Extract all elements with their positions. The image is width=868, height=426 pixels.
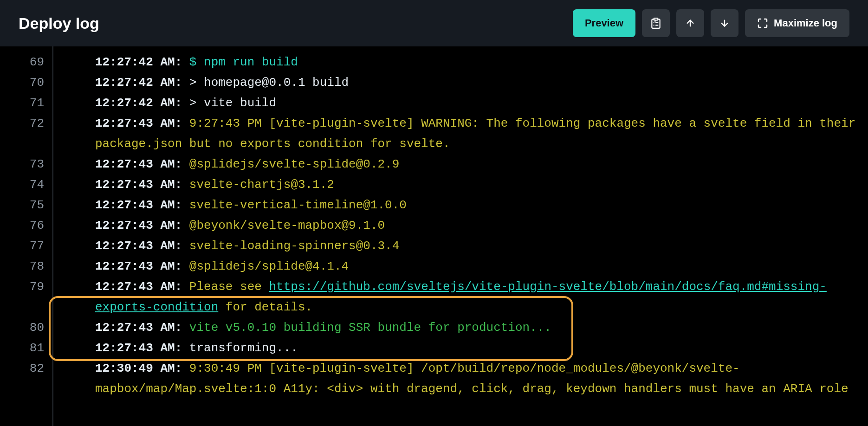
timestamp: 12:27:43 AM: (95, 157, 182, 171)
prompt: $ (189, 55, 204, 69)
warning-text: svelte-chartjs@3.1.2 (189, 178, 334, 192)
line-number: 73 (0, 154, 52, 174)
line-number: 69 (0, 52, 52, 72)
command: npm run build (204, 55, 298, 69)
scroll-up-button[interactable] (676, 9, 704, 37)
warning-text: @splidejs/svelte-splide@0.2.9 (189, 157, 399, 171)
warning-text: Please see (189, 280, 269, 294)
log-container: 69 70 71 72 73 74 75 76 77 78 79 80 81 8… (0, 46, 868, 426)
log-text: > vite build (189, 96, 276, 110)
timestamp: 12:27:43 AM: (95, 321, 182, 335)
log-line: 12:30:49 AM: 9:30:49 PM [vite-plugin-sve… (95, 358, 859, 420)
line-number: 78 (0, 256, 52, 277)
warning-text: svelte-loading-spinners@0.3.4 (189, 239, 399, 253)
log-line: 12:27:43 AM: svelte-loading-spinners@0.3… (95, 236, 859, 256)
line-number: 77 (0, 236, 52, 256)
log-text: transforming... (189, 341, 298, 355)
page-title: Deploy log (19, 14, 99, 32)
line-number: 71 (0, 93, 52, 113)
log-line: 12:27:42 AM: > vite build (95, 93, 859, 113)
line-number: 82 (0, 358, 52, 420)
copy-button[interactable] (642, 9, 670, 37)
log-line: 12:27:43 AM: @splidejs/svelte-splide@0.2… (95, 154, 859, 174)
log-text: > homepage@0.0.1 build (189, 76, 349, 90)
line-number: 75 (0, 195, 52, 215)
timestamp: 12:30:49 AM: (95, 361, 182, 375)
line-number: 74 (0, 174, 52, 195)
log-line: 12:27:43 AM: svelte-vertical-timeline@1.… (95, 195, 859, 215)
timestamp: 12:27:42 AM: (95, 55, 182, 69)
warning-text: svelte-vertical-timeline@1.0.0 (189, 198, 407, 212)
arrow-up-icon (685, 18, 695, 28)
clipboard-icon (650, 17, 662, 29)
warning-text: 9:30:49 PM [vite-plugin-svelte] /opt/bui… (95, 361, 849, 396)
svg-rect-0 (654, 18, 658, 20)
timestamp: 12:27:43 AM: (95, 259, 182, 273)
log-line: 12:27:43 AM: 9:27:43 PM [vite-plugin-sve… (95, 113, 859, 154)
timestamp: 12:27:43 AM: (95, 280, 182, 294)
line-number: 72 (0, 113, 52, 154)
timestamp: 12:27:43 AM: (95, 219, 182, 232)
log-line: 12:27:42 AM: $ npm run build (95, 52, 859, 72)
timestamp: 12:27:43 AM: (95, 116, 182, 130)
log-line: 12:27:43 AM: svelte-chartjs@3.1.2 (95, 174, 859, 195)
line-number-gutter: 69 70 71 72 73 74 75 76 77 78 79 80 81 8… (0, 46, 53, 426)
timestamp: 12:27:43 AM: (95, 198, 182, 212)
timestamp: 12:27:43 AM: (95, 178, 182, 192)
line-number: 81 (0, 338, 52, 358)
line-number: 76 (0, 215, 52, 236)
scroll-down-button[interactable] (711, 9, 738, 37)
preview-button[interactable]: Preview (573, 9, 635, 37)
timestamp: 12:27:43 AM: (95, 239, 182, 253)
maximize-label: Maximize log (774, 17, 837, 29)
log-line: 12:27:43 AM: @splidejs/splide@4.1.4 (95, 256, 859, 277)
timestamp: 12:27:42 AM: (95, 76, 182, 90)
log-line: 12:27:43 AM: Please see https://github.c… (95, 277, 859, 317)
log-line: 12:27:43 AM: @beyonk/svelte-mapbox@9.1.0 (95, 215, 859, 236)
line-number: 79 (0, 277, 52, 317)
log-line: 12:27:42 AM: > homepage@0.0.1 build (95, 72, 859, 93)
timestamp: 12:27:43 AM: (95, 341, 182, 355)
maximize-icon (757, 18, 768, 29)
log-line: 12:27:43 AM: vite v5.0.10 building SSR b… (95, 317, 859, 338)
warning-text: @beyonk/svelte-mapbox@9.1.0 (189, 219, 385, 232)
vite-build-text: vite v5.0.10 building SSR bundle for pro… (189, 321, 551, 335)
log-line: 12:27:43 AM: transforming... (95, 338, 859, 358)
line-number: 80 (0, 317, 52, 338)
warning-text: @splidejs/splide@4.1.4 (189, 259, 349, 273)
toolbar: Preview (573, 9, 849, 37)
line-number: 70 (0, 72, 52, 93)
warning-text: for details. (218, 300, 312, 314)
maximize-button[interactable]: Maximize log (745, 9, 849, 37)
timestamp: 12:27:42 AM: (95, 96, 182, 110)
log-lines: 12:27:42 AM: $ npm run build 12:27:42 AM… (53, 46, 868, 426)
arrow-down-icon (719, 18, 730, 28)
warning-text: 9:27:43 PM [vite-plugin-svelte] WARNING:… (95, 116, 863, 151)
header: Deploy log Preview (0, 0, 868, 46)
